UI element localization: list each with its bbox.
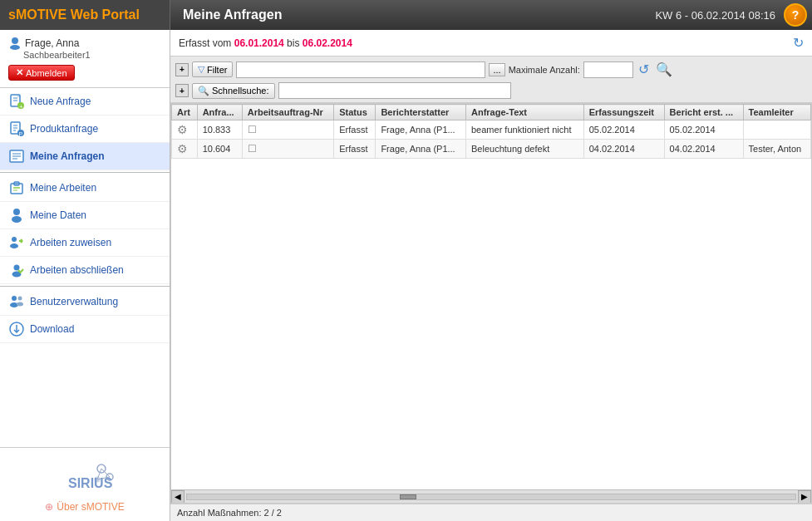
sidebar-item-neue-anfrage[interactable]: + Neue Anfrage bbox=[0, 88, 170, 116]
toolbar-right: ↺ 🔍 bbox=[637, 60, 674, 79]
sidebar-item-arbeiten-abschliessen[interactable]: Arbeiten abschließen bbox=[0, 257, 170, 284]
check-icon bbox=[8, 262, 25, 278]
cell-bericht-erst-1: 05.02.2014 bbox=[664, 120, 743, 140]
filter-expand-button[interactable]: + bbox=[175, 63, 189, 76]
logout-label: Abmelden bbox=[26, 68, 67, 78]
search-button[interactable]: 🔍 bbox=[654, 60, 674, 79]
cell-art-2[interactable]: ⚙ bbox=[172, 140, 198, 159]
svg-point-22 bbox=[13, 209, 20, 215]
sidebar-item-meine-anfragen[interactable]: Meine Anfragen bbox=[0, 143, 170, 170]
quicksearch-input[interactable] bbox=[278, 82, 511, 99]
col-status[interactable]: Status bbox=[334, 105, 376, 120]
meine-anfragen-label: Meine Anfragen bbox=[30, 150, 105, 162]
produktanfrage-label: Produktanfrage bbox=[30, 123, 98, 135]
date-to[interactable]: 06.02.2014 bbox=[303, 37, 352, 49]
content-header: Erfasst vom 06.01.2014 bis 06.02.2014 ↻ bbox=[170, 30, 812, 57]
cell-status-2: Erfasst bbox=[334, 140, 376, 159]
sidebar-item-meine-arbeiten[interactable]: Meine Arbeiten bbox=[0, 174, 170, 202]
uber-smotive-label: Über sMOTIVE bbox=[57, 501, 124, 513]
meine-arbeiten-label: Meine Arbeiten bbox=[30, 182, 96, 194]
header-kw: KW 6 - 06.02.2014 08:16 bbox=[647, 9, 784, 22]
horizontal-scrollbar[interactable]: ◀ ▶ bbox=[171, 489, 811, 503]
arbeiten-zuweisen-label: Arbeiten zuweisen bbox=[30, 237, 111, 248]
svg-text:P: P bbox=[19, 131, 23, 137]
col-teamleiter[interactable]: Teamleiter bbox=[743, 105, 810, 120]
toolbar: + ▽ Filter ... Maximale Anzahl: ↺ 🔍 + bbox=[170, 57, 812, 103]
table-container: Art Anfra... Arbeitsauftrag-Nr Status Be… bbox=[170, 103, 812, 504]
user-icon bbox=[8, 37, 22, 50]
sidebar-item-benutzerverwaltung[interactable]: Benutzerverwaltung bbox=[0, 288, 170, 316]
col-bericht-erst[interactable]: Bericht erst. ... bbox=[664, 105, 743, 120]
svg-point-24 bbox=[12, 237, 17, 242]
new-doc-icon: + bbox=[8, 93, 25, 110]
col-berichterstatter[interactable]: Berichterstatter bbox=[376, 105, 466, 120]
gear-icon[interactable]: ⚙ bbox=[177, 123, 188, 136]
table-row[interactable]: ⚙ 10.833 ☐ Erfasst Frage, Anna (P1... be… bbox=[172, 120, 811, 140]
filter-search-input[interactable] bbox=[236, 61, 485, 78]
col-arbeitsauftrag[interactable]: Arbeitsauftrag-Nr bbox=[242, 105, 334, 120]
neue-anfrage-label: Neue Anfrage bbox=[30, 96, 91, 107]
svg-point-34 bbox=[17, 302, 23, 307]
cell-arbeitsauftrag-2: ☐ bbox=[242, 140, 334, 159]
cell-bericht-erst-2: 04.02.2014 bbox=[664, 140, 743, 159]
cell-anfrage-text-2: Beleuchtung defekt bbox=[466, 140, 584, 159]
scroll-track[interactable] bbox=[186, 494, 796, 500]
table-scroll[interactable]: Art Anfra... Arbeitsauftrag-Nr Status Be… bbox=[171, 104, 811, 489]
gear-icon[interactable]: ⚙ bbox=[177, 142, 188, 155]
work-icon bbox=[8, 179, 25, 196]
scroll-left-button[interactable]: ◀ bbox=[171, 490, 185, 504]
date-from[interactable]: 06.01.2014 bbox=[234, 37, 284, 49]
scroll-thumb[interactable] bbox=[400, 494, 416, 499]
cell-anfra-1: 10.833 bbox=[197, 120, 242, 140]
col-anfrage-text[interactable]: Anfrage-Text bbox=[466, 105, 584, 120]
undo-button[interactable]: ↺ bbox=[637, 60, 651, 79]
browse-button[interactable]: ... bbox=[489, 63, 504, 76]
cell-erfassungszeit-1: 05.02.2014 bbox=[583, 120, 664, 140]
toolbar-section: + ▽ Filter ... Maximale Anzahl: ↺ 🔍 + bbox=[175, 59, 674, 100]
logout-button[interactable]: ✕ Abmelden bbox=[8, 65, 75, 81]
max-input[interactable] bbox=[583, 61, 633, 78]
app-logo: sMOTIVE Web Portal bbox=[0, 0, 170, 30]
sidebar-item-download[interactable]: Download bbox=[0, 316, 170, 343]
user-role: Sachbearbeiter1 bbox=[8, 50, 161, 60]
cell-art-1[interactable]: ⚙ bbox=[172, 120, 198, 140]
header: sMOTIVE Web Portal Meine Anfragen KW 6 -… bbox=[0, 0, 812, 30]
benutzerverwaltung-label: Benutzerverwaltung bbox=[30, 296, 118, 307]
col-anfra[interactable]: Anfra... bbox=[197, 105, 242, 120]
table-row[interactable]: ⚙ 10.604 ☐ Erfasst Frage, Anna (P1... Be… bbox=[172, 140, 811, 159]
filter-button[interactable]: ▽ Filter bbox=[192, 61, 233, 77]
logo-s: s bbox=[8, 7, 16, 22]
sidebar-item-arbeiten-zuweisen[interactable]: Arbeiten zuweisen bbox=[0, 229, 170, 257]
sidebar-item-meine-daten[interactable]: Meine Daten bbox=[0, 202, 170, 229]
sidebar-footer: SIRIUS ⊕ Über sMOTIVE bbox=[0, 447, 170, 521]
x-icon: ✕ bbox=[16, 67, 23, 78]
page-title: Meine Anfragen bbox=[170, 7, 647, 22]
assign-icon bbox=[8, 234, 25, 251]
date-range: Erfasst vom 06.01.2014 bis 06.02.2014 bbox=[179, 37, 352, 49]
svg-point-0 bbox=[12, 37, 18, 44]
cell-berichterstatter-2: Frage, Anna (P1... bbox=[376, 140, 466, 159]
max-label: Maximale Anzahl: bbox=[509, 65, 580, 75]
quicksearch-expand-button[interactable]: + bbox=[175, 84, 189, 97]
main-layout: Frage, Anna Sachbearbeiter1 ✕ Abmelden +… bbox=[0, 30, 812, 521]
scroll-right-button[interactable]: ▶ bbox=[798, 490, 811, 504]
sidebar-item-produktanfrage[interactable]: P Produktanfrage bbox=[0, 116, 170, 143]
table-header-row: Art Anfra... Arbeitsauftrag-Nr Status Be… bbox=[172, 105, 811, 120]
logo-rest: MOTIVE Web Portal bbox=[16, 7, 140, 22]
nav-menu: + Neue Anfrage P Produktanfrage Meine An… bbox=[0, 88, 170, 447]
cell-berichterstatter-1: Frage, Anna (P1... bbox=[376, 120, 466, 140]
quicksearch-button[interactable]: 🔍 Schnellsuche: bbox=[192, 83, 275, 99]
svg-point-25 bbox=[10, 243, 18, 248]
help-button[interactable]: ? bbox=[784, 3, 807, 27]
col-art: Art bbox=[172, 105, 198, 120]
user-name: Frage, Anna bbox=[8, 37, 161, 50]
uber-smotive-link[interactable]: ⊕ Über sMOTIVE bbox=[8, 501, 161, 513]
svg-point-29 bbox=[14, 265, 20, 271]
refresh-button[interactable]: ↻ bbox=[793, 35, 804, 51]
col-erfassungszeit[interactable]: Erfassungszeit bbox=[583, 105, 664, 120]
list-icon bbox=[8, 148, 25, 165]
content-area: Erfasst vom 06.01.2014 bis 06.02.2014 ↻ … bbox=[170, 30, 812, 521]
svg-text:+: + bbox=[19, 103, 23, 110]
svg-point-1 bbox=[10, 45, 20, 50]
sidebar: Frage, Anna Sachbearbeiter1 ✕ Abmelden +… bbox=[0, 30, 170, 521]
